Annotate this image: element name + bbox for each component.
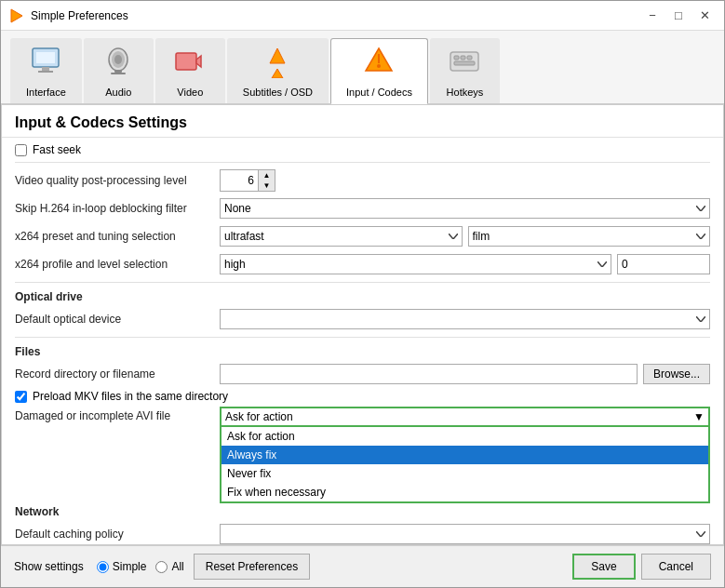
svg-rect-18 xyxy=(454,56,459,60)
all-radio-text: All xyxy=(171,560,183,573)
damaged-avi-option-1[interactable]: Always fix xyxy=(222,446,708,464)
x264-profile-select[interactable]: baseline main high high10 high422 high44… xyxy=(220,254,611,274)
record-dir-row: Record directory or filename Browse... xyxy=(15,362,710,386)
tab-audio-label: Audio xyxy=(105,87,131,98)
x264-profile-row: x264 profile and level selection baselin… xyxy=(15,252,710,276)
footer-left: Show settings Simple All Reset Preferenc… xyxy=(14,554,572,580)
simple-radio[interactable] xyxy=(97,561,109,573)
record-dir-control: Browse... xyxy=(220,364,710,384)
tab-subtitles[interactable]: Subtitles / OSD xyxy=(227,38,329,103)
damaged-avi-list: Ask for action Always fix Never fix Fix … xyxy=(220,427,710,503)
video-quality-control: ▲ ▼ xyxy=(220,169,710,192)
section-heading: Input & Codecs Settings xyxy=(2,105,723,138)
caching-policy-row: Default caching policy xyxy=(15,522,710,544)
x264-level-input[interactable] xyxy=(617,254,710,274)
caching-policy-label: Default caching policy xyxy=(15,528,220,541)
maximize-button[interactable]: □ xyxy=(666,4,691,28)
tab-subtitles-label: Subtitles / OSD xyxy=(243,87,313,98)
optical-device-select[interactable] xyxy=(220,309,710,329)
damaged-avi-dropdown[interactable]: Ask for action ▼ Ask for action Always f… xyxy=(220,407,710,427)
preload-mkv-label: Preload MKV files in the same directory xyxy=(33,390,228,403)
svg-rect-4 xyxy=(38,71,53,73)
save-button[interactable]: Save xyxy=(572,554,635,580)
spinbox-down-btn[interactable]: ▼ xyxy=(258,180,275,191)
x264-preset-control: ultrafast superfast veryfast faster fast… xyxy=(220,226,710,247)
damaged-avi-row: Damaged or incomplete AVI file Ask for a… xyxy=(15,407,710,431)
x264-tuning-select[interactable]: film animation grain stillimage psnr ssi… xyxy=(468,226,711,247)
fast-seek-label: Fast seek xyxy=(33,143,81,156)
tab-audio[interactable]: Audio xyxy=(84,38,154,103)
simple-radio-text: Simple xyxy=(113,560,147,573)
dropdown-arrow-icon: ▼ xyxy=(693,410,705,423)
all-radio-label[interactable]: All xyxy=(155,560,183,573)
svg-rect-21 xyxy=(454,61,475,65)
tab-interface[interactable]: Interface xyxy=(10,38,82,103)
tab-input[interactable]: Input / Codecs xyxy=(330,38,428,104)
video-quality-label: Video quality post-processing level xyxy=(15,174,220,187)
main-window: Simple Preferences − □ ✕ Interface xyxy=(0,0,725,588)
files-section-title: Files xyxy=(15,345,710,358)
caching-policy-control xyxy=(220,524,710,544)
title-bar: Simple Preferences − □ ✕ xyxy=(1,1,724,31)
network-section-title: Network xyxy=(15,505,710,518)
tab-video[interactable]: Video xyxy=(155,38,225,103)
svg-rect-8 xyxy=(114,70,122,73)
interface-icon xyxy=(29,45,62,84)
svg-rect-19 xyxy=(461,56,465,60)
damaged-avi-header[interactable]: Ask for action ▼ xyxy=(220,407,710,427)
skip-deblock-label: Skip H.264 in-loop deblocking filter xyxy=(15,202,220,215)
damaged-avi-option-0[interactable]: Ask for action xyxy=(222,427,708,446)
tab-input-label: Input / Codecs xyxy=(346,87,412,98)
hotkeys-icon xyxy=(448,45,481,84)
svg-rect-2 xyxy=(36,52,55,63)
svg-marker-13 xyxy=(272,69,283,78)
fast-seek-row: Fast seek xyxy=(15,143,710,156)
record-dir-label: Record directory or filename xyxy=(15,368,220,381)
svg-point-7 xyxy=(114,55,122,64)
damaged-avi-option-3[interactable]: Fix when necessary xyxy=(222,483,708,501)
minimize-button[interactable]: − xyxy=(640,4,665,28)
fast-seek-checkbox[interactable] xyxy=(15,144,27,156)
footer: Show settings Simple All Reset Preferenc… xyxy=(1,545,724,587)
damaged-avi-control: Ask for action ▼ Ask for action Always f… xyxy=(220,407,710,427)
tab-hotkeys[interactable]: Hotkeys xyxy=(430,38,500,103)
skip-deblock-row: Skip H.264 in-loop deblocking filter Non… xyxy=(15,196,710,220)
reset-button[interactable]: Reset Preferences xyxy=(194,554,310,580)
damaged-avi-label: Damaged or incomplete AVI file xyxy=(15,409,220,422)
cancel-button[interactable]: Cancel xyxy=(641,554,711,580)
damaged-avi-option-2[interactable]: Never fix xyxy=(222,464,708,483)
x264-preset-row: x264 preset and tuning selection ultrafa… xyxy=(15,224,710,248)
tab-interface-label: Interface xyxy=(26,87,66,98)
video-quality-row: Video quality post-processing level ▲ ▼ xyxy=(15,168,710,193)
close-button[interactable]: ✕ xyxy=(692,4,717,28)
simple-radio-label[interactable]: Simple xyxy=(97,560,147,573)
video-icon xyxy=(173,45,207,84)
subtitles-icon xyxy=(261,45,294,84)
x264-preset-selects: ultrafast superfast veryfast faster fast… xyxy=(220,226,710,247)
skip-deblock-control: None Non-ref Bidir Non-key All xyxy=(220,198,710,219)
caching-policy-select[interactable] xyxy=(220,524,710,544)
record-dir-input[interactable] xyxy=(220,364,638,384)
spinbox-up-btn[interactable]: ▲ xyxy=(258,170,275,180)
x264-preset-select[interactable]: ultrafast superfast veryfast faster fast… xyxy=(220,226,463,247)
video-quality-input[interactable] xyxy=(221,170,258,191)
tab-video-label: Video xyxy=(177,87,203,98)
optical-device-label: Default optical device xyxy=(15,313,220,326)
input-icon xyxy=(362,45,396,84)
spinbox-buttons: ▲ ▼ xyxy=(258,170,275,191)
svg-rect-10 xyxy=(176,53,196,70)
network-spacer: Network Default caching policy HTTP prox… xyxy=(15,505,710,544)
x264-preset-label: x264 preset and tuning selection xyxy=(15,230,220,243)
settings-scroll[interactable]: Fast seek Video quality post-processing … xyxy=(2,138,723,544)
browse-button[interactable]: Browse... xyxy=(643,364,710,384)
footer-right: Save Cancel xyxy=(572,554,711,580)
video-quality-spinbox[interactable]: ▲ ▼ xyxy=(220,169,275,192)
preload-mkv-checkbox[interactable] xyxy=(15,391,27,403)
optical-device-control xyxy=(220,309,710,329)
skip-deblock-select[interactable]: None Non-ref Bidir Non-key All xyxy=(220,198,710,219)
all-radio[interactable] xyxy=(155,561,168,573)
main-content: Input & Codecs Settings Fast seek Video … xyxy=(1,104,724,545)
show-settings-label: Show settings xyxy=(14,560,84,573)
svg-point-16 xyxy=(377,64,381,68)
x264-profile-label: x264 profile and level selection xyxy=(15,258,220,271)
